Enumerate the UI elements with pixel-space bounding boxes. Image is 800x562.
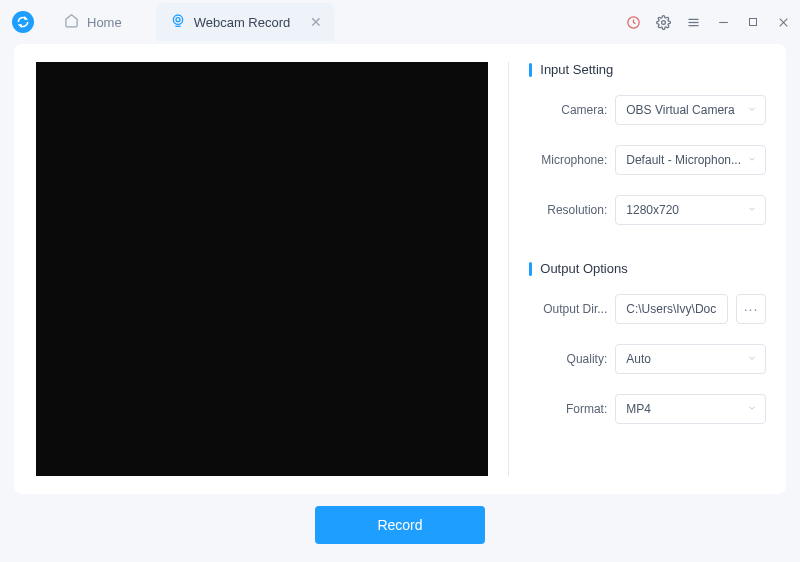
quality-label: Quality: bbox=[529, 352, 607, 366]
home-icon bbox=[64, 13, 79, 31]
minimize-icon[interactable] bbox=[714, 13, 732, 31]
format-label: Format: bbox=[529, 402, 607, 416]
chevron-down-icon bbox=[747, 352, 757, 366]
history-icon[interactable] bbox=[624, 13, 642, 31]
record-button[interactable]: Record bbox=[315, 506, 485, 544]
resolution-label: Resolution: bbox=[529, 203, 607, 217]
tab-home-label: Home bbox=[87, 15, 122, 30]
chevron-down-icon bbox=[747, 203, 757, 217]
svg-rect-8 bbox=[750, 19, 757, 26]
settings-icon[interactable] bbox=[654, 13, 672, 31]
tab-close-icon[interactable]: ✕ bbox=[308, 14, 324, 30]
svg-point-0 bbox=[173, 15, 182, 24]
titlebar: Home Webcam Record ✕ bbox=[0, 0, 800, 44]
output-dir-field[interactable]: C:\Users\Ivy\Doc bbox=[615, 294, 728, 324]
settings-panel: Input Setting Camera: OBS Virtual Camera… bbox=[529, 62, 766, 476]
input-section-title: Input Setting bbox=[529, 62, 766, 77]
window-controls bbox=[624, 13, 792, 31]
footer: Record bbox=[14, 494, 786, 544]
chevron-down-icon bbox=[747, 402, 757, 416]
tab-webcam-record[interactable]: Webcam Record ✕ bbox=[156, 3, 335, 41]
chevron-down-icon bbox=[747, 103, 757, 117]
menu-icon[interactable] bbox=[684, 13, 702, 31]
browse-dir-button[interactable]: ··· bbox=[736, 294, 766, 324]
quality-select[interactable]: Auto bbox=[615, 344, 766, 374]
vertical-divider bbox=[508, 62, 509, 476]
output-section-title: Output Options bbox=[529, 261, 766, 276]
close-icon[interactable] bbox=[774, 13, 792, 31]
camera-select[interactable]: OBS Virtual Camera bbox=[615, 95, 766, 125]
webcam-icon bbox=[170, 13, 186, 32]
app-logo bbox=[12, 11, 34, 33]
tab-active-label: Webcam Record bbox=[194, 15, 291, 30]
chevron-down-icon bbox=[747, 153, 757, 167]
svg-point-3 bbox=[661, 20, 665, 24]
microphone-select[interactable]: Default - Microphon... bbox=[615, 145, 766, 175]
main-panel: Input Setting Camera: OBS Virtual Camera… bbox=[14, 44, 786, 494]
microphone-label: Microphone: bbox=[529, 153, 607, 167]
format-select[interactable]: MP4 bbox=[615, 394, 766, 424]
resolution-select[interactable]: 1280x720 bbox=[615, 195, 766, 225]
svg-point-1 bbox=[176, 17, 180, 21]
maximize-icon[interactable] bbox=[744, 13, 762, 31]
output-dir-label: Output Dir... bbox=[529, 302, 607, 316]
tab-home[interactable]: Home bbox=[46, 13, 140, 31]
camera-label: Camera: bbox=[529, 103, 607, 117]
webcam-preview bbox=[36, 62, 488, 476]
